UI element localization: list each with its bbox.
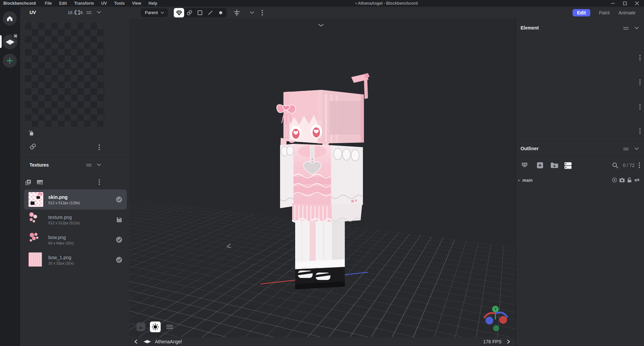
textures-panel-header[interactable]: Textures xyxy=(20,159,129,171)
right-sidebar: Element Outliner xyxy=(516,18,644,346)
viewport-menu-button[interactable] xyxy=(165,323,174,331)
viewport-canvas[interactable]: Y xyxy=(129,18,516,337)
element-position-menu[interactable] xyxy=(639,55,641,62)
menu-tools[interactable]: Tools xyxy=(111,0,128,6)
outliner-search-button[interactable] xyxy=(612,162,619,169)
parent-select[interactable]: Parent xyxy=(141,8,168,17)
line-tool-button[interactable] xyxy=(205,8,215,17)
unlock-icon[interactable] xyxy=(627,177,632,183)
element-drag-handle-icon[interactable] xyxy=(623,26,629,30)
element-collapse-button[interactable] xyxy=(634,26,639,30)
texture-enabled-check-icon[interactable] xyxy=(116,256,122,263)
main-toolbar: Parent xyxy=(129,7,644,18)
toolbar-more-button[interactable] xyxy=(262,10,263,16)
prev-model-button[interactable] xyxy=(134,339,138,344)
home-button[interactable] xyxy=(3,11,17,25)
uv-editor-canvas[interactable] xyxy=(25,23,104,127)
outliner-drag-handle-icon[interactable] xyxy=(623,147,629,151)
create-texture-button[interactable] xyxy=(24,179,32,186)
gizmo-y-neg-ball[interactable] xyxy=(493,325,499,331)
add-cube-button[interactable] xyxy=(536,162,544,169)
document-title: • AthenaAngel - Blockbenchcord xyxy=(129,1,644,6)
texture-row-texture[interactable]: texture.png 512 x 512px (512x) xyxy=(24,210,127,230)
menu-edit[interactable]: Edit xyxy=(56,0,70,6)
tab-paint[interactable]: Paint xyxy=(599,10,610,15)
group-name: main xyxy=(523,178,533,183)
texture-save-icon[interactable] xyxy=(116,217,122,223)
pivot-tool-button[interactable] xyxy=(233,9,241,17)
import-texture-button[interactable] xyxy=(36,179,44,186)
titlebar: Blockbenchcord File Edit Transform UV To… xyxy=(0,0,644,7)
panel-divider xyxy=(516,141,644,141)
left-sidebar: UV 16 X 16 Textures xyxy=(20,7,129,346)
element-pivot-menu[interactable] xyxy=(639,104,641,111)
outliner-panel-header[interactable]: Outliner xyxy=(516,143,644,154)
panel-divider xyxy=(20,157,129,157)
menu-transform[interactable]: Transform xyxy=(71,0,97,6)
view-gizmo[interactable]: Y xyxy=(484,306,507,331)
project-tab-athenaangel[interactable] xyxy=(3,35,17,49)
texture-row-skin[interactable]: skin.png 512 x 512px (128x) xyxy=(24,189,127,210)
textures-more-button[interactable] xyxy=(99,179,100,185)
app-logo: Blockbenchcord xyxy=(3,1,36,6)
menu-file[interactable]: File xyxy=(42,0,55,6)
gem-tool-icon xyxy=(176,9,182,16)
uv-panel-header[interactable]: UV 16 X 16 xyxy=(20,7,129,18)
gem-tool-button[interactable] xyxy=(174,8,184,17)
tab-animate[interactable]: Animate xyxy=(619,10,636,15)
uv-drag-handle-icon[interactable] xyxy=(86,11,92,14)
kebab-menu-icon xyxy=(262,10,263,16)
add-group-button[interactable] xyxy=(550,162,558,169)
texture-enabled-check-icon[interactable] xyxy=(116,236,122,243)
minimize-button[interactable] xyxy=(608,0,617,6)
background-image-button[interactable] xyxy=(137,323,145,331)
origin-marker xyxy=(227,244,231,248)
status-bar: AthenaAngel 176 FPS xyxy=(130,337,515,346)
menu-uv[interactable]: UV xyxy=(98,0,110,6)
texture-row-bow1[interactable]: bow_1.png 32 x 32px (32x) xyxy=(24,250,127,270)
element-panel-header[interactable]: Element xyxy=(516,22,644,33)
add-mesh-button[interactable] xyxy=(521,162,529,169)
uv-collapse-button[interactable] xyxy=(97,11,101,14)
viewport[interactable]: Y xyxy=(129,18,516,346)
camera-icon[interactable] xyxy=(619,178,625,183)
next-model-button[interactable] xyxy=(507,339,510,344)
uv-copy-button[interactable] xyxy=(28,130,35,137)
add-cube-icon xyxy=(536,162,544,169)
outliner-collapse-button[interactable] xyxy=(634,147,639,150)
texture-enabled-check-icon[interactable] xyxy=(116,196,122,203)
close-project-badge[interactable] xyxy=(12,33,19,39)
expand-arrow-icon[interactable]: ▸ xyxy=(518,178,520,182)
parent-select-value: Parent xyxy=(145,10,158,15)
outliner-more-button[interactable] xyxy=(639,162,640,168)
tab-edit[interactable]: Edit xyxy=(573,9,590,16)
toggle-outliner-options-button[interactable] xyxy=(564,162,572,169)
new-project-button[interactable] xyxy=(3,54,17,68)
status-model-name[interactable]: AthenaAngel xyxy=(155,339,182,344)
add-group-icon xyxy=(550,162,558,169)
gizmo-axis-label: Y xyxy=(494,307,497,311)
uv-more-button[interactable] xyxy=(99,144,100,150)
lighting-toggle-button[interactable] xyxy=(150,322,161,332)
gizmo-x-ball[interactable] xyxy=(486,317,493,325)
viewport-collapse-button[interactable] xyxy=(318,22,324,28)
box-tool-button[interactable] xyxy=(195,8,205,17)
eye-icon[interactable] xyxy=(634,178,640,182)
link-tool-button[interactable] xyxy=(184,8,195,17)
textures-collapse-button[interactable] xyxy=(97,163,101,166)
texture-row-bow[interactable]: bow.png 64 x 64px (32x) xyxy=(24,230,127,250)
circle-tool-button[interactable] xyxy=(215,8,226,17)
uv-fullscreen-button[interactable] xyxy=(74,9,80,15)
maximize-button[interactable] xyxy=(621,0,629,6)
uv-link-button[interactable] xyxy=(29,143,37,151)
gizmo-z-ball[interactable] xyxy=(499,316,507,324)
outliner-group-main[interactable]: ▸ main xyxy=(516,176,644,184)
element-rotation-menu[interactable] xyxy=(639,128,641,135)
export-toggle-icon[interactable] xyxy=(612,177,617,183)
model-diamond-icon xyxy=(143,339,152,344)
textures-drag-handle-icon[interactable] xyxy=(86,163,92,167)
toolbar-expand-button[interactable] xyxy=(250,11,254,14)
element-size-menu[interactable] xyxy=(639,79,641,86)
player-model[interactable] xyxy=(277,73,370,289)
close-button[interactable] xyxy=(633,0,641,6)
